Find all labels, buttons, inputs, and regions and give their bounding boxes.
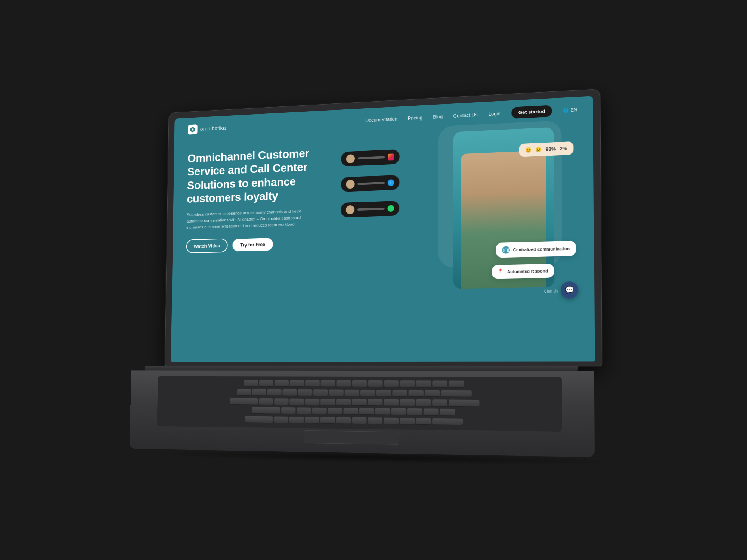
key-u [352,399,367,405]
avatar-instagram [346,154,355,163]
sentiment-negative-value: 2% [560,146,567,152]
key-7 [344,389,359,396]
get-started-button[interactable]: Get started [511,105,552,119]
nav-login[interactable]: Login [488,111,500,117]
key-e [289,398,304,405]
key-v [320,417,335,424]
language-selector[interactable]: 🌐 EN [563,107,577,113]
nav-documentation[interactable]: Documentation [365,116,397,123]
key-f2 [274,380,288,387]
key-k [391,408,406,416]
key-f1 [259,380,273,387]
key-capslock [252,407,280,414]
key-q [259,398,273,405]
logo-area: omnibotika [188,123,226,135]
lang-label: EN [571,107,577,112]
key-w [274,398,288,405]
watch-video-button[interactable]: Watch Video [186,238,228,253]
touchpad[interactable] [304,430,399,445]
key-f6 [336,380,351,387]
nav-contact[interactable]: Contact Us [453,112,477,119]
auto-icon: 📍 [498,268,504,275]
key-x [289,417,304,423]
key-c [305,417,319,423]
key-s [297,408,311,414]
key-f9 [384,380,399,387]
key-f11 [416,380,431,387]
twitter-icon: t [388,179,394,186]
key-return [449,399,479,407]
key-f10 [400,380,415,387]
key-m [368,417,382,424]
key-g [343,408,358,415]
hero-left: Omnichannel Customer Service and Call Ce… [186,142,327,253]
hero-section: Omnichannel Customer Service and Call Ce… [172,121,595,311]
key-shift-r [432,418,463,425]
chat-icon: 💬 [565,286,574,294]
logo-icon [188,124,198,135]
key-4 [298,389,312,396]
key-esc [244,380,258,387]
key-quote [440,409,455,416]
key-b [336,417,350,424]
key-tab [230,398,258,405]
key-z [274,417,288,423]
chat-us-button[interactable]: 💬 [561,281,578,299]
key-backtick [237,389,251,396]
key-shift-l [245,416,273,423]
laptop-base [130,370,595,457]
laptop-wrapper: omnibotika Documentation Pricing Blog Co… [112,19,635,541]
key-n [351,417,366,424]
key-row-2 [161,389,558,399]
sentiment-happy-icon: 😊 [525,147,531,153]
centralized-comm-card: ((·)) Centralized communication [496,241,576,258]
key-y [336,399,351,405]
key-slash [416,418,431,425]
comm-label: Centralized communication [513,246,570,252]
key-6 [329,389,343,396]
key-backspace [441,390,471,397]
laptop-hinge [145,366,578,371]
key-f12 [432,380,447,387]
key-f3 [289,380,304,387]
key-comma [384,418,399,425]
key-f5 [320,380,335,387]
channel-card-twitter: t [341,175,400,192]
key-5 [313,389,328,396]
keyboard [157,376,562,432]
key-h [359,408,374,415]
logo-text: omnibotika [200,125,226,132]
key-p [400,399,415,406]
sentiment-card: 😊 😢 98% 2% [519,141,573,157]
avatar-whatsapp [346,205,354,214]
laptop-bezel: omnibotika Documentation Pricing Blog Co… [171,96,595,362]
nav-blog[interactable]: Blog [433,114,443,120]
sentiment-sad-icon: 😢 [535,147,542,153]
nav-pricing[interactable]: Pricing [408,115,423,121]
line-bar-instagram [358,156,385,159]
laptop-screen: omnibotika Documentation Pricing Blog Co… [165,89,602,366]
key-r [305,398,319,405]
key-f8 [368,380,382,387]
key-d [312,408,326,414]
key-2 [267,389,281,396]
key-f [328,408,342,414]
channel-card-whatsapp [341,201,399,217]
key-equals [424,390,440,397]
sentiment-positive-value: 98% [546,146,556,152]
key-a [281,407,295,414]
key-rbracket [432,399,447,407]
key-l [407,408,422,416]
hero-illustration: t 😊 [340,130,579,309]
automated-respond-card: 📍 Automated respond [492,264,554,279]
line-bar-whatsapp [357,208,385,211]
key-semi [423,409,438,416]
key-row-1 [161,380,558,389]
try-for-free-button[interactable]: Try for Free [233,238,273,251]
instagram-icon [388,153,394,160]
key-3 [282,389,297,396]
key-minus [408,390,423,396]
key-t [320,399,335,405]
key-i [368,399,382,406]
auto-label: Automated respond [507,268,548,274]
